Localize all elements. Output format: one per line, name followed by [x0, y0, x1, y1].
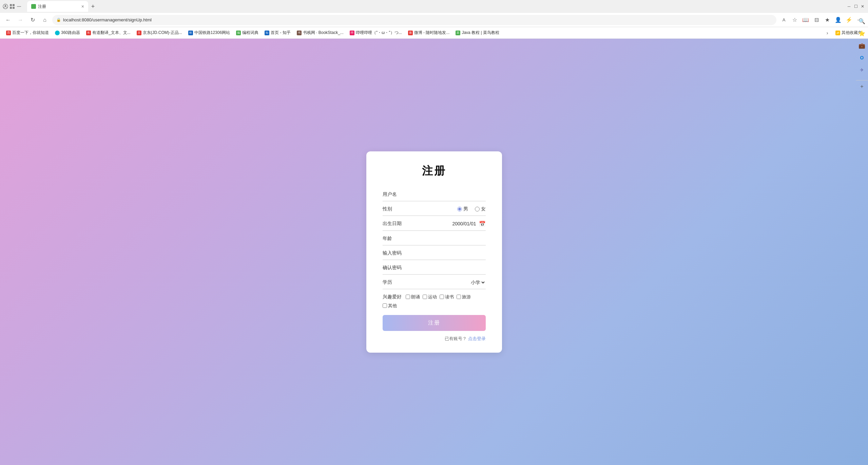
360-favicon [55, 31, 60, 35]
bookmark-label: 微博 - 随时随地发... [414, 30, 450, 36]
split-button[interactable]: ⊟ [812, 15, 821, 25]
hobby-yundong[interactable]: 运动 [423, 294, 437, 300]
birthdate-label: 出生日期 [383, 221, 403, 227]
svg-rect-5 [13, 7, 15, 9]
bookmark-bilibili[interactable]: 哔 哔哩哔哩（"・ω・"）つ... [347, 29, 405, 37]
calendar-icon[interactable]: 📅 [479, 221, 486, 227]
hobbies-row: 兴趣爱好 朗诵 运动 读书 旅游 其他 [383, 291, 486, 312]
zhihu-favicon: 知 [265, 31, 269, 35]
bookmark-baidu[interactable]: 百 百度一下，你就知道 [3, 29, 52, 37]
hobby-luyou-checkbox[interactable] [457, 295, 461, 299]
add-sidebar-icon[interactable]: + [856, 80, 868, 90]
extensions-nav-button[interactable]: ⚡ [844, 15, 854, 25]
bookmark-weibo[interactable]: 微 微博 - 随时随地发... [405, 29, 452, 37]
accounts-button[interactable]: 👤 [833, 15, 843, 25]
outlook-sidebar-icon[interactable]: O [857, 53, 867, 62]
username-input[interactable] [403, 192, 486, 197]
age-input[interactable] [403, 236, 486, 241]
maximize-window-button[interactable]: ☐ [853, 4, 859, 9]
confirm-password-input[interactable] [403, 265, 486, 271]
gender-female-option[interactable]: 女 [475, 206, 486, 212]
gender-male-option[interactable]: 男 [457, 206, 468, 212]
password-input[interactable] [403, 250, 486, 256]
weibo-favicon: 微 [408, 31, 413, 35]
new-tab-button[interactable]: + [88, 2, 98, 11]
bookmark-12306[interactable]: 铁 中国铁路12306网站 [186, 29, 233, 37]
hobby-langong-label: 朗诵 [411, 294, 420, 300]
page-content: 注册 用户名 性别 男 女 出生日期 📅 [0, 39, 868, 465]
gender-radio-group: 男 女 [457, 206, 486, 212]
star-sidebar-icon[interactable]: ⭐ [857, 29, 867, 38]
extensions-button[interactable] [9, 4, 15, 9]
collections-button[interactable]: ★ [823, 15, 832, 25]
translate-button[interactable]: A [779, 15, 789, 25]
profile-button[interactable] [3, 4, 8, 9]
bookmark-label: 首页 - 知乎 [271, 30, 291, 36]
hobby-luyou[interactable]: 旅游 [457, 294, 471, 300]
gender-male-radio[interactable] [457, 207, 462, 211]
biancheng-favicon: 编 [236, 31, 241, 35]
hobby-dushu[interactable]: 读书 [440, 294, 454, 300]
minimize-window-button[interactable]: ─ [846, 4, 852, 9]
right-sidebar: 🔍 ⭐ 💼 O ✈ + [856, 13, 868, 465]
bookmark-label: 编程词典 [242, 30, 258, 36]
refresh-button[interactable]: ↻ [28, 15, 37, 25]
hobby-langong[interactable]: 朗诵 [406, 294, 420, 300]
hobby-langong-checkbox[interactable] [406, 295, 410, 299]
register-card: 注册 用户名 性别 男 女 出生日期 📅 [366, 151, 502, 353]
password-label: 输入密码 [383, 250, 403, 256]
birthdate-input[interactable] [403, 221, 476, 226]
bookmark-360[interactable]: 360路由器 [52, 29, 83, 37]
hobby-other[interactable]: 其他 [383, 303, 397, 309]
baidu-favicon: 百 [6, 31, 11, 35]
bookmark-zhihu[interactable]: 知 首页 - 知乎 [262, 29, 293, 37]
forward-button[interactable]: → [16, 15, 25, 25]
nav-bar: ← → ↻ ⌂ 🔒 localhost:8080/usermanagement/… [0, 13, 868, 27]
bookmark-label: 哔哩哔哩（"・ω・"）つ... [356, 30, 402, 36]
12306-favicon: 铁 [188, 31, 193, 35]
username-label: 用户名 [383, 191, 403, 198]
education-select[interactable]: 小学 初中 高中 专科 本科 硕士 博士 [403, 279, 486, 285]
hobby-yundong-label: 运动 [428, 294, 437, 300]
reading-button[interactable]: 📖 [801, 15, 810, 25]
bookmark-jd[interactable]: 京 京东(JD.COM)-正品... [134, 29, 185, 37]
nav-actions: A ☆ 📖 ⊟ ★ 👤 ⚡ ⋯ [779, 15, 865, 25]
address-bar[interactable]: 🔒 localhost:8080/usermanagement/signUp.h… [52, 15, 776, 25]
bookmark-label: 有道翻译_文本、文... [92, 30, 131, 36]
bookmark-runoob[interactable]: 菜 Java 教程 | 菜鸟教程 [453, 29, 502, 37]
hobby-dushu-checkbox[interactable] [440, 295, 444, 299]
age-label: 年龄 [383, 236, 403, 242]
search-sidebar-icon[interactable]: 🔍 [857, 16, 867, 26]
jd-favicon: 京 [137, 31, 141, 35]
hobbies-label: 兴趣爱好 [383, 294, 403, 300]
briefcase-sidebar-icon[interactable]: 💼 [857, 41, 867, 50]
gender-row: 性别 男 女 [383, 203, 486, 216]
back-button[interactable]: ← [3, 15, 13, 25]
bookmark-youdao[interactable]: 有 有道翻译_文本、文... [83, 29, 133, 37]
tab-bar: 注册 × + [24, 1, 841, 12]
close-window-button[interactable]: ✕ [860, 4, 865, 9]
hobby-other-checkbox[interactable] [383, 303, 387, 308]
favorites-button[interactable]: ☆ [790, 15, 799, 25]
minimize-button[interactable] [16, 4, 22, 9]
active-tab[interactable]: 注册 × [27, 1, 88, 12]
tab-favicon [31, 4, 36, 9]
bookstack-favicon: 书 [297, 31, 302, 35]
more-bookmarks-button[interactable]: › [823, 28, 832, 38]
teams-sidebar-icon[interactable]: ✈ [857, 65, 867, 75]
bilibili-favicon: 哔 [350, 31, 354, 35]
hobby-yundong-checkbox[interactable] [423, 295, 427, 299]
bookmark-biancheng[interactable]: 编 编程词典 [233, 29, 261, 37]
tab-close-button[interactable]: × [81, 4, 84, 9]
confirm-password-row: 确认密码 [383, 261, 486, 275]
birthdate-row: 出生日期 📅 [383, 217, 486, 231]
gender-female-radio[interactable] [475, 207, 480, 211]
home-button[interactable]: ⌂ [40, 15, 50, 25]
bookmark-bookstack[interactable]: 书 书栈网 · BookStack_... [294, 29, 346, 37]
bookmark-label: 京东(JD.COM)-正品... [143, 30, 182, 36]
svg-rect-3 [13, 4, 15, 6]
hobby-luyou-label: 旅游 [462, 294, 471, 300]
bookmarks-bar: 百 百度一下，你就知道 360路由器 有 有道翻译_文本、文... 京 京东(J… [0, 27, 868, 39]
login-link[interactable]: 点击登录 [468, 336, 486, 341]
register-button[interactable]: 注册 [383, 315, 486, 331]
